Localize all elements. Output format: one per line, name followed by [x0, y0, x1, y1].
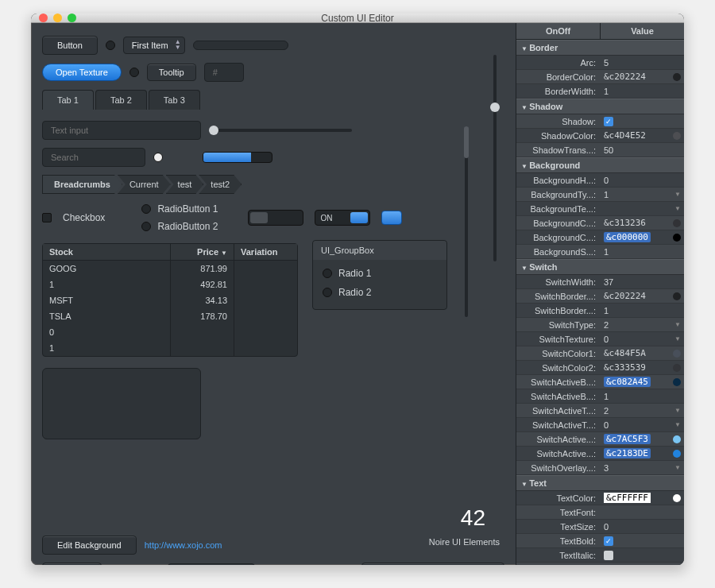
prop-row[interactable]: BackgroundC...:&c000000 [516, 230, 684, 245]
prop-row[interactable]: SwitchOverlay...:3▼ [516, 461, 684, 475]
color-swatch-icon[interactable] [673, 292, 681, 300]
table-row[interactable]: TSLA178.70 [43, 308, 297, 324]
hash-input[interactable] [204, 63, 244, 82]
prop-row[interactable]: TextUnderline: [516, 563, 684, 565]
color-swatch-icon[interactable] [673, 73, 681, 81]
prop-row[interactable]: TextSize:0 [516, 520, 684, 534]
prop-row[interactable]: Shadow:✓ [516, 114, 684, 129]
text-input[interactable] [42, 121, 201, 140]
edit-background-button[interactable]: Edit Background [42, 536, 137, 555]
prop-row[interactable]: SwitchActiveT...:2▼ [516, 404, 684, 418]
crumb-root[interactable]: Breadcrumbs [42, 175, 122, 194]
color-swatch-icon[interactable] [673, 219, 681, 227]
table-row[interactable]: GOOG871.99 [43, 261, 297, 277]
prop-row[interactable]: BorderWidth:1 [516, 84, 684, 99]
color-swatch-button[interactable] [381, 211, 402, 225]
col-stock[interactable]: Stock [43, 244, 170, 260]
mini-slider[interactable] [193, 41, 288, 50]
prop-row[interactable]: BackgroundTy...:1▼ [516, 188, 684, 202]
prop-row[interactable]: BackgroundTe...:▼ [516, 202, 684, 216]
prop-row[interactable]: SwitchType:2▼ [516, 318, 684, 332]
color-swatch-icon[interactable] [673, 132, 681, 140]
crumb-test[interactable]: test [166, 175, 204, 194]
xojo-link[interactable]: http://www.xojo.com [145, 540, 222, 550]
prop-row[interactable]: TextBold:✓ [516, 534, 684, 548]
prop-row[interactable]: BackgroundH...:0 [516, 173, 684, 188]
prop-row[interactable]: ShadowColor:&c4D4E52 [516, 129, 684, 143]
checkbox-icon[interactable]: ✓ [604, 117, 613, 126]
to-xml-button[interactable]: To XML [42, 563, 102, 565]
checkbox-icon[interactable] [604, 551, 613, 560]
table-row[interactable]: 0 [43, 324, 297, 340]
chevron-down-icon[interactable]: ▼ [674, 421, 681, 428]
section-shadow[interactable]: Shadow [516, 99, 684, 114]
chevron-down-icon[interactable]: ▼ [674, 205, 681, 212]
horizontal-slider[interactable] [209, 129, 352, 132]
chevron-down-icon[interactable]: ▼ [674, 335, 681, 342]
crumb-test2[interactable]: test2 [199, 175, 242, 194]
color-swatch-icon[interactable] [673, 494, 681, 502]
gb-radio-1[interactable] [323, 269, 332, 278]
prop-row[interactable]: SwitchActiveB...:1 [516, 389, 684, 404]
prop-row[interactable]: SwitchActive...:&c2183DE [516, 447, 684, 461]
col-variation[interactable]: Variation [234, 244, 297, 260]
prop-row[interactable]: SwitchWidth:37 [516, 275, 684, 289]
prop-row[interactable]: SwitchBorder...:&c202224 [516, 289, 684, 304]
prop-row[interactable]: TextColor:&cFFFFFF [516, 491, 684, 505]
switch-on[interactable]: ON [315, 210, 370, 226]
table-row[interactable]: 1 [43, 340, 297, 356]
first-item-select[interactable]: First Item▲▼ [123, 37, 185, 54]
chevron-down-icon[interactable]: ▼ [674, 407, 681, 414]
prop-row[interactable]: BackgroundC...:&c313236 [516, 216, 684, 230]
prop-row[interactable]: BackgroundS...:1 [516, 245, 684, 259]
prop-row[interactable]: SwitchActive...:&c7AC5F3 [516, 432, 684, 447]
table-row[interactable]: 1492.81 [43, 277, 297, 292]
col-onoff[interactable]: OnOff [516, 23, 601, 39]
section-text[interactable]: Text [516, 475, 684, 491]
col-price[interactable]: Price ▼ [170, 244, 234, 260]
stock-table[interactable]: Stock Price ▼ Variation GOOG871.991492.8… [42, 243, 298, 357]
prop-row[interactable]: SwitchColor2:&c333539 [516, 361, 684, 375]
chevron-down-icon[interactable]: ▼ [674, 321, 681, 328]
prop-row[interactable]: TextFont: [516, 505, 684, 520]
search-input[interactable] [42, 148, 145, 167]
style-select[interactable]: ▲▼ [168, 563, 255, 565]
chevron-down-icon[interactable]: ▼ [674, 464, 681, 471]
radio-icon[interactable] [106, 41, 115, 50]
color-swatch-icon[interactable] [673, 450, 681, 458]
section-border[interactable]: Border [516, 40, 684, 56]
chevron-down-icon[interactable]: ▼ [674, 191, 681, 198]
prop-row[interactable]: SwitchActiveB...:&c082A45 [516, 375, 684, 389]
image-well[interactable] [42, 368, 201, 439]
color-swatch-icon[interactable] [673, 350, 681, 358]
color-swatch-icon[interactable] [673, 364, 681, 372]
section-switch[interactable]: Switch [516, 259, 684, 275]
prop-row[interactable]: SwitchTexture:0▼ [516, 332, 684, 346]
search-clear-icon[interactable] [153, 153, 163, 162]
tab-3[interactable]: Tab 3 [149, 90, 200, 110]
checkbox-icon[interactable] [604, 565, 613, 566]
prop-row[interactable]: Arc:5 [516, 56, 684, 70]
tab-2[interactable]: Tab 2 [95, 90, 147, 110]
radio-1[interactable] [141, 204, 151, 214]
tab-1[interactable]: Tab 1 [42, 90, 94, 110]
open-texture-button[interactable]: Open Texture [42, 64, 122, 81]
button[interactable]: Button [42, 36, 98, 55]
vertical-slider-a[interactable] [493, 55, 497, 261]
radio-icon[interactable] [129, 68, 139, 77]
gb-radio-2[interactable] [323, 288, 332, 297]
table-row[interactable]: MSFT34.13 [43, 292, 297, 308]
checkbox[interactable] [42, 213, 52, 222]
prop-row[interactable]: SwitchActiveT...:0▼ [516, 418, 684, 432]
radio-2[interactable] [141, 222, 151, 231]
col-value[interactable]: Value [601, 23, 684, 39]
tooltip-button[interactable]: Tooltip [147, 64, 196, 81]
switch-off[interactable] [248, 210, 303, 226]
prop-row[interactable]: SwitchColor1:&c484F5A [516, 346, 684, 361]
prop-row[interactable]: ShadowTrans...:50 [516, 143, 684, 157]
vertical-scrollbar[interactable] [465, 126, 468, 317]
checkbox-icon[interactable]: ✓ [604, 536, 613, 546]
color-swatch-icon[interactable] [673, 435, 681, 443]
color-swatch-icon[interactable] [673, 378, 681, 386]
crumb-current[interactable]: Current [118, 175, 171, 194]
